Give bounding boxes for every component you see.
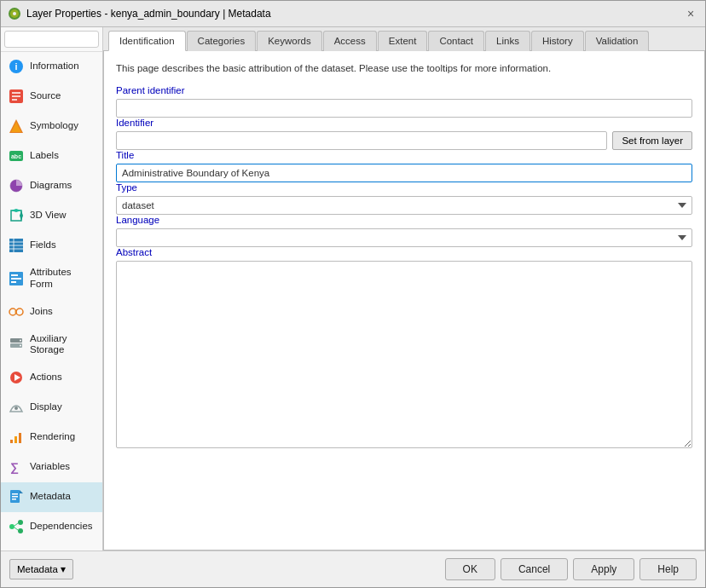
type-select-wrapper: dataset series service [116, 196, 692, 215]
tab-links[interactable]: Links [485, 31, 530, 51]
tab-access[interactable]: Access [323, 31, 377, 51]
search-input[interactable] [4, 31, 99, 48]
sidebar-item-rendering[interactable]: Rendering [1, 423, 102, 453]
window-title: Layer Properties - kenya_admin_boundary … [26, 8, 271, 20]
language-label: Language [116, 215, 692, 225]
sidebar-label-3dview: 3D View [30, 210, 67, 222]
sidebar-item-dependencies[interactable]: Dependencies [1, 512, 102, 542]
sidebar-label-labels: Labels [30, 150, 59, 162]
parent-identifier-input[interactable] [116, 99, 692, 118]
svg-point-41 [9, 524, 14, 529]
diagrams-icon [8, 177, 25, 194]
svg-marker-37 [20, 490, 23, 493]
svg-marker-12 [11, 209, 21, 212]
sidebar-item-3dview[interactable]: 3D View [1, 201, 102, 231]
svg-text:abc: abc [11, 153, 21, 159]
form-content: This page describes the basic attributio… [103, 51, 705, 551]
abstract-textarea[interactable] [116, 261, 692, 448]
sidebar-item-labels[interactable]: abc Labels [1, 141, 102, 171]
svg-rect-22 [11, 281, 16, 283]
joins-icon [8, 303, 25, 320]
tab-validation[interactable]: Validation [585, 31, 650, 51]
sidebar-item-legend[interactable]: Legend [1, 542, 102, 551]
auxiliary-icon [8, 336, 25, 353]
tab-keywords[interactable]: Keywords [257, 31, 322, 51]
sidebar-item-actions[interactable]: Actions [1, 363, 102, 393]
title-label: Title [116, 150, 692, 160]
language-field: Language [116, 215, 692, 247]
svg-point-27 [20, 340, 21, 342]
sidebar-item-fields[interactable]: Fields [1, 231, 102, 261]
tab-history[interactable]: History [531, 31, 584, 51]
svg-rect-34 [19, 433, 21, 443]
search-bar [1, 27, 102, 52]
sidebar-item-information[interactable]: i Information [1, 52, 102, 82]
sidebar-item-display[interactable]: Display [1, 393, 102, 423]
bottom-left: Metadata ▾ [9, 559, 73, 579]
metadata-icon [8, 488, 25, 505]
sidebar-label-symbology: Symbology [30, 120, 78, 132]
identifier-field: Identifier Set from layer [116, 118, 692, 150]
title-input[interactable] [116, 164, 692, 182]
svg-text:∑: ∑ [10, 460, 19, 475]
identifier-label: Identifier [116, 118, 692, 128]
close-button[interactable]: × [683, 6, 698, 21]
help-button[interactable]: Help [639, 558, 697, 580]
sidebar-item-auxiliary[interactable]: Auxiliary Storage [1, 327, 102, 364]
actions-icon [8, 369, 25, 386]
parent-identifier-field: Parent identifier [116, 85, 692, 118]
title-field: Title [116, 150, 692, 182]
type-select[interactable]: dataset series service [116, 196, 692, 215]
svg-rect-21 [11, 278, 21, 280]
title-bar-left: Layer Properties - kenya_admin_boundary … [8, 7, 271, 20]
svg-point-42 [18, 520, 23, 525]
sidebar-label-variables: Variables [30, 461, 70, 473]
cancel-button[interactable]: Cancel [501, 558, 568, 580]
description-text: This page describes the basic attributio… [116, 61, 692, 75]
svg-text:i: i [14, 61, 17, 72]
tab-extent[interactable]: Extent [378, 31, 428, 51]
sidebar-label-joins: Joins [30, 306, 53, 318]
set-from-layer-button[interactable]: Set from layer [612, 131, 692, 150]
labels-icon: abc [8, 147, 25, 164]
svg-point-2 [13, 12, 16, 15]
svg-point-28 [20, 345, 21, 347]
sidebar-label-display: Display [30, 401, 62, 413]
svg-rect-20 [11, 274, 18, 276]
source-icon [8, 88, 25, 105]
sidebar-item-source[interactable]: Source [1, 82, 102, 112]
main-panel: Identification Categories Keywords Acces… [103, 27, 705, 551]
sidebar-item-variables[interactable]: ∑ Variables [1, 453, 102, 482]
tab-identification[interactable]: Identification [108, 31, 186, 51]
apply-button[interactable]: Apply [573, 558, 634, 580]
sidebar-label-source: Source [30, 90, 61, 102]
variables-icon: ∑ [8, 458, 25, 476]
ok-button[interactable]: OK [445, 558, 495, 580]
language-select-wrapper [116, 228, 692, 247]
tab-contact[interactable]: Contact [428, 31, 484, 51]
sidebar: i Information Source Symbology [1, 27, 103, 551]
sidebar-item-joins[interactable]: Joins [1, 297, 102, 327]
sidebar-label-fields: Fields [30, 239, 56, 251]
metadata-dropdown-button[interactable]: Metadata ▾ [9, 559, 73, 579]
identifier-input[interactable] [116, 131, 607, 150]
sidebar-item-symbology[interactable]: Symbology [1, 112, 102, 141]
tab-categories[interactable]: Categories [187, 31, 257, 51]
svg-rect-33 [14, 436, 17, 443]
sidebar-item-diagrams[interactable]: Diagrams [1, 171, 102, 201]
title-bar: Layer Properties - kenya_admin_boundary … [1, 1, 705, 27]
svg-rect-32 [10, 440, 13, 443]
sidebar-item-attributesform[interactable]: Attributes Form [1, 261, 102, 297]
svg-point-24 [16, 308, 23, 315]
language-select[interactable] [116, 228, 692, 247]
metadata-dropdown-label: Metadata [17, 564, 58, 574]
sidebar-label-actions: Actions [30, 372, 62, 383]
sidebar-scroll: i Information Source Symbology [1, 52, 102, 551]
sidebar-item-metadata[interactable]: Metadata [1, 482, 102, 512]
fields-icon [8, 237, 25, 254]
3dview-icon [8, 207, 25, 224]
sidebar-label-dependencies: Dependencies [30, 521, 93, 533]
sidebar-label-auxiliary: Auxiliary Storage [30, 333, 95, 357]
sidebar-label-diagrams: Diagrams [30, 180, 72, 192]
svg-point-31 [14, 406, 18, 410]
